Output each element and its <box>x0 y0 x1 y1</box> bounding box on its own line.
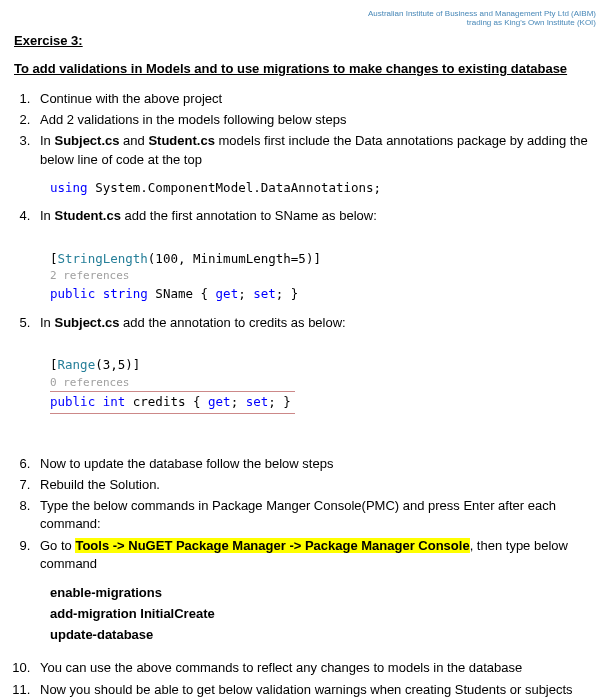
step-5-text: In Subject.cs add the annotation to cred… <box>40 315 346 330</box>
step-11-text: Now you should be able to get below vali… <box>40 682 573 697</box>
refs-2: 2 references <box>50 268 596 285</box>
step-3-text: In Subject.cs and Student.cs models firs… <box>40 133 588 166</box>
cmd-update-database: update-database <box>50 625 596 646</box>
cmd-add-migration: add-migration InitialCreate <box>50 604 596 625</box>
header-line2: trading as King's Own Institute (KOI) <box>14 19 596 28</box>
step-2-text: Add 2 validations in the models followin… <box>40 112 346 127</box>
exercise-title: Exercise 3: <box>14 32 596 50</box>
step-10-text: You can use the above commands to reflec… <box>40 660 522 675</box>
step-2: Add 2 validations in the models followin… <box>34 111 596 129</box>
step-5: In Subject.cs add the annotation to cred… <box>34 314 596 452</box>
cmd-enable-migrations: enable-migrations <box>50 583 596 604</box>
step-8-text: Type the below commands in Package Mange… <box>40 498 556 531</box>
step-10: You can use the above commands to reflec… <box>34 659 596 677</box>
code-sname: [StringLength(100, MinimumLength=5)] 2 r… <box>50 250 596 304</box>
exercise-subtitle: To add validations in Models and to use … <box>14 60 596 78</box>
step-11: Now you should be able to get below vali… <box>34 681 596 699</box>
step-list: Continue with the above project Add 2 va… <box>14 90 596 699</box>
pmc-commands: enable-migrations add-migration InitialC… <box>50 583 596 645</box>
step-6: Now to update the database follow the be… <box>34 455 596 473</box>
step-9-text: Go to Tools -> NuGET Package Manager -> … <box>40 538 568 571</box>
step-4: In Student.cs add the first annotation t… <box>34 207 596 303</box>
step-1-text: Continue with the above project <box>40 91 222 106</box>
step-6-text: Now to update the database follow the be… <box>40 456 333 471</box>
step-4-text: In Student.cs add the first annotation t… <box>40 208 377 223</box>
doc-header: Australian Institute of Business and Man… <box>14 10 596 28</box>
step-9: Go to Tools -> NuGET Package Manager -> … <box>34 537 596 646</box>
refs-0: 0 references <box>50 375 596 392</box>
code-using: using System.ComponentModel.DataAnnotati… <box>50 179 596 198</box>
step-3: In Subject.cs and Student.cs models firs… <box>34 132 596 197</box>
step-1: Continue with the above project <box>34 90 596 108</box>
step-7-text: Rebuild the Solution. <box>40 477 160 492</box>
step-7: Rebuild the Solution. <box>34 476 596 494</box>
step-8: Type the below commands in Package Mange… <box>34 497 596 533</box>
code-credits: [Range(3,5)] 0 references public int cre… <box>50 356 596 414</box>
